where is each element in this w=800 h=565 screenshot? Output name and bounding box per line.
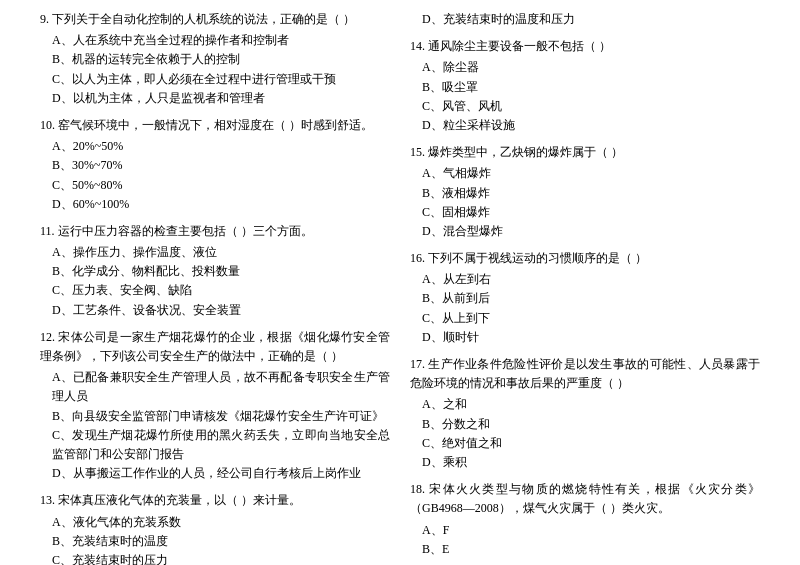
question-15-option-c: C、固相爆炸 bbox=[410, 203, 760, 222]
question-13: 13. 宋体真压液化气体的充装量，以（ ）来计量。 A、液化气体的充装系数 B、… bbox=[40, 491, 390, 565]
question-12: 12. 宋体公司是一家生产烟花爆竹的企业，根据《烟化爆竹安全管理条例》，下列该公… bbox=[40, 328, 390, 484]
question-14-title: 14. 通风除尘主要设备一般不包括（ ） bbox=[410, 37, 760, 56]
question-18-title: 18. 宋体火火类型与物质的燃烧特性有关，根据《火灾分类》（GB4968—200… bbox=[410, 480, 760, 518]
question-17-option-a: A、之和 bbox=[410, 395, 760, 414]
question-18: 18. 宋体火火类型与物质的燃烧特性有关，根据《火灾分类》（GB4968—200… bbox=[410, 480, 760, 559]
question-17: 17. 生产作业条件危险性评价是以发生事故的可能性、人员暴露于危险环境的情况和事… bbox=[410, 355, 760, 472]
question-11-option-a: A、操作压力、操作温度、液位 bbox=[40, 243, 390, 262]
question-9-title: 9. 下列关于全自动化控制的人机系统的说法，正确的是（ ） bbox=[40, 10, 390, 29]
question-10-title: 10. 窑气候环境中，一般情况下，相对湿度在（ ）时感到舒适。 bbox=[40, 116, 390, 135]
question-10-option-a: A、20%~50% bbox=[40, 137, 390, 156]
question-14-option-a: A、除尘器 bbox=[410, 58, 760, 77]
question-12-option-a: A、已配备兼职安全生产管理人员，故不再配备专职安全生产管理人员 bbox=[40, 368, 390, 406]
question-11-title: 11. 运行中压力容器的检查主要包括（ ）三个方面。 bbox=[40, 222, 390, 241]
question-10: 10. 窑气候环境中，一般情况下，相对湿度在（ ）时感到舒适。 A、20%~50… bbox=[40, 116, 390, 214]
question-16-option-d: D、顺时针 bbox=[410, 328, 760, 347]
page-content: 9. 下列关于全自动化控制的人机系统的说法，正确的是（ ） A、人在系统中充当全… bbox=[40, 10, 760, 565]
question-16-title: 16. 下列不属于视线运动的习惯顺序的是（ ） bbox=[410, 249, 760, 268]
question-18-option-a: A、F bbox=[410, 521, 760, 540]
question-14-option-d: D、粒尘采样设施 bbox=[410, 116, 760, 135]
question-18-option-b: B、E bbox=[410, 540, 760, 559]
question-12-option-c: C、发现生产烟花爆竹所使用的黑火药丢失，立即向当地安全总监管部门和公安部门报告 bbox=[40, 426, 390, 464]
question-15-option-b: B、液相爆炸 bbox=[410, 184, 760, 203]
question-16-option-b: B、从前到后 bbox=[410, 289, 760, 308]
question-9-option-a: A、人在系统中充当全过程的操作者和控制者 bbox=[40, 31, 390, 50]
question-11-option-b: B、化学成分、物料配比、投料数量 bbox=[40, 262, 390, 281]
question-14-option-b: B、吸尘罩 bbox=[410, 78, 760, 97]
question-10-option-b: B、30%~70% bbox=[40, 156, 390, 175]
question-17-option-c: C、绝对值之和 bbox=[410, 434, 760, 453]
left-column: 9. 下列关于全自动化控制的人机系统的说法，正确的是（ ） A、人在系统中充当全… bbox=[40, 10, 390, 565]
question-12-title: 12. 宋体公司是一家生产烟花爆竹的企业，根据《烟化爆竹安全管理条例》，下列该公… bbox=[40, 328, 390, 366]
question-17-title: 17. 生产作业条件危险性评价是以发生事故的可能性、人员暴露于危险环境的情况和事… bbox=[410, 355, 760, 393]
question-15-title: 15. 爆炸类型中，乙炔钢的爆炸属于（ ） bbox=[410, 143, 760, 162]
question-17-option-d: D、乘积 bbox=[410, 453, 760, 472]
right-column: D、充装结束时的温度和压力 14. 通风除尘主要设备一般不包括（ ） A、除尘器… bbox=[410, 10, 760, 565]
question-9-option-b: B、机器的运转完全依赖于人的控制 bbox=[40, 50, 390, 69]
question-11-option-c: C、压力表、安全阀、缺陷 bbox=[40, 281, 390, 300]
question-14-option-c: C、风管、风机 bbox=[410, 97, 760, 116]
question-13-continued: D、充装结束时的温度和压力 bbox=[410, 10, 760, 29]
question-9-option-c: C、以人为主体，即人必须在全过程中进行管理或干预 bbox=[40, 70, 390, 89]
question-12-option-d: D、从事搬运工作作业的人员，经公司自行考核后上岗作业 bbox=[40, 464, 390, 483]
question-10-option-d: D、60%~100% bbox=[40, 195, 390, 214]
main-content: 9. 下列关于全自动化控制的人机系统的说法，正确的是（ ） A、人在系统中充当全… bbox=[40, 10, 760, 565]
question-16-option-c: C、从上到下 bbox=[410, 309, 760, 328]
question-15-option-a: A、气相爆炸 bbox=[410, 164, 760, 183]
question-9: 9. 下列关于全自动化控制的人机系统的说法，正确的是（ ） A、人在系统中充当全… bbox=[40, 10, 390, 108]
question-13-option-c: C、充装结束时的压力 bbox=[40, 551, 390, 565]
question-9-option-d: D、以机为主体，人只是监视者和管理者 bbox=[40, 89, 390, 108]
question-16-option-a: A、从左到右 bbox=[410, 270, 760, 289]
question-11: 11. 运行中压力容器的检查主要包括（ ）三个方面。 A、操作压力、操作温度、液… bbox=[40, 222, 390, 320]
question-13-title: 13. 宋体真压液化气体的充装量，以（ ）来计量。 bbox=[40, 491, 390, 510]
question-14: 14. 通风除尘主要设备一般不包括（ ） A、除尘器 B、吸尘罩 C、风管、风机… bbox=[410, 37, 760, 135]
question-15: 15. 爆炸类型中，乙炔钢的爆炸属于（ ） A、气相爆炸 B、液相爆炸 C、固相… bbox=[410, 143, 760, 241]
question-11-option-d: D、工艺条件、设备状况、安全装置 bbox=[40, 301, 390, 320]
question-13-option-d: D、充装结束时的温度和压力 bbox=[410, 10, 760, 29]
question-13-option-b: B、充装结束时的温度 bbox=[40, 532, 390, 551]
question-15-option-d: D、混合型爆炸 bbox=[410, 222, 760, 241]
question-17-option-b: B、分数之和 bbox=[410, 415, 760, 434]
question-12-option-b: B、向县级安全监管部门申请核发《烟花爆竹安全生产许可证》 bbox=[40, 407, 390, 426]
question-16: 16. 下列不属于视线运动的习惯顺序的是（ ） A、从左到右 B、从前到后 C、… bbox=[410, 249, 760, 347]
question-13-option-a: A、液化气体的充装系数 bbox=[40, 513, 390, 532]
question-10-option-c: C、50%~80% bbox=[40, 176, 390, 195]
